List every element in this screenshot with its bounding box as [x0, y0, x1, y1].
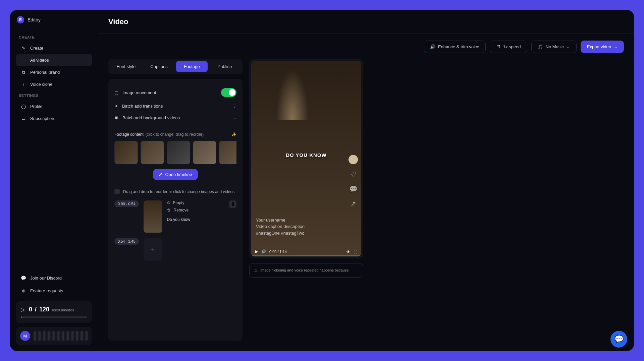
fullscreen-icon[interactable]: ⛶	[354, 250, 357, 254]
social-icons: ♡ 💬 ↗	[348, 155, 358, 208]
usage-total: 120	[39, 306, 49, 313]
speed-button[interactable]: ⏱ 1x speed	[490, 41, 527, 53]
layers-icon: ▣	[114, 115, 118, 120]
logo-badge: E	[17, 16, 24, 23]
nav-create[interactable]: ✎ Create	[16, 42, 92, 54]
label-text: Footage content	[114, 132, 144, 137]
tab-footage[interactable]: Footage	[176, 61, 208, 72]
enhance-voice-button[interactable]: 🔊 Enhance & trim voice	[424, 41, 486, 53]
music-button[interactable]: 🎵 No Music ⌄	[531, 41, 577, 53]
user-icon: ◯	[21, 104, 26, 109]
warning-box: ⚠ Image flickering and voice repeated ha…	[249, 263, 363, 278]
usage-sep: /	[35, 306, 37, 313]
export-button[interactable]: Export video ⌄	[581, 41, 624, 53]
nav-feature-requests[interactable]: ⊕ Feature requests	[16, 285, 92, 297]
logo: E Editby	[16, 16, 92, 23]
speaker-icon: 🔊	[430, 44, 435, 49]
option-image-movement: ▢ Image movement	[114, 85, 236, 100]
warning-text: Image flickering and voice repeated happ…	[260, 268, 349, 273]
preview-box: DO YOU KNOW ♡ 💬 ↗ Your username Video ca…	[249, 59, 363, 258]
toolbar: 🔊 Enhance & trim voice ⏱ 1x speed 🎵 No M…	[98, 34, 634, 53]
play-icon[interactable]: ▶	[255, 249, 258, 254]
heart-icon: ♡	[348, 170, 358, 179]
eye-off-icon[interactable]: 👁	[346, 250, 350, 254]
info-icon: i	[114, 189, 120, 194]
nav-label: Personal brand	[30, 70, 60, 75]
nav-personal-brand[interactable]: ✿ Personal brand	[16, 66, 92, 78]
option-backgrounds[interactable]: ▣ Batch add background videos ⌄	[114, 112, 236, 124]
footage-content-label: Footage content (click to change, drag t…	[114, 132, 236, 137]
nav-voice-clone[interactable]: ♪ Voice clone	[16, 78, 92, 90]
progress-bar[interactable]	[251, 255, 361, 256]
ban-icon: ⊘	[167, 200, 170, 205]
btn-label: 1x speed	[503, 44, 521, 49]
chat-fab[interactable]: 💬	[610, 331, 627, 348]
clip-row: 0.54 - 1.45 +	[114, 238, 236, 261]
chevron-down-icon: ⌄	[233, 104, 236, 109]
transitions-icon: ✦	[114, 104, 118, 109]
usage-bar	[21, 316, 87, 318]
sparkle-icon: ✨	[231, 132, 236, 137]
nav-profile[interactable]: ◯ Profile	[16, 100, 92, 112]
card-icon: ▭	[21, 116, 26, 121]
clip-thumbnail[interactable]	[144, 200, 162, 233]
clip-time: 0.54 - 1.45	[114, 238, 139, 245]
usage-label: used minutes	[52, 308, 74, 312]
brand-icon: ✿	[21, 69, 26, 75]
video-icon: ▭	[21, 57, 26, 63]
image-movement-toggle[interactable]	[221, 88, 236, 97]
tabs: Font style Captions Footage Publish	[108, 59, 243, 74]
download-button[interactable]: ⬇	[229, 200, 236, 208]
option-label: Image movement	[122, 90, 156, 95]
nav-label: Join our Discord	[30, 276, 62, 281]
user-box[interactable]: M	[16, 327, 92, 345]
btn-label: Open timeline	[165, 172, 192, 177]
thumbnail[interactable]	[141, 141, 164, 164]
option-transitions[interactable]: ✦ Batch add transitions ⌄	[114, 100, 236, 112]
tab-captions[interactable]: Captions	[143, 61, 175, 72]
thumbnail[interactable]	[114, 141, 138, 164]
video-preview[interactable]: DO YOU KNOW ♡ 💬 ↗ Your username Video ca…	[251, 61, 361, 256]
image-icon: ▢	[114, 90, 118, 95]
add-clip-button[interactable]: +	[144, 238, 162, 261]
tab-font-style[interactable]: Font style	[110, 61, 142, 72]
preview-panel: DO YOU KNOW ♡ 💬 ↗ Your username Video ca…	[249, 59, 363, 341]
usage-box: ▷ 0 / 120 used minutes	[16, 301, 92, 323]
expand-icon: ⤢	[159, 172, 162, 177]
plus-circle-icon: ⊕	[21, 288, 26, 293]
volume-icon[interactable]: 🔊	[261, 249, 266, 254]
header: Video	[98, 10, 634, 34]
thumbnail[interactable]	[167, 141, 190, 164]
nav-subscription[interactable]: ▭ Subscription	[16, 112, 92, 124]
gauge-icon: ⏱	[496, 44, 500, 49]
overlay-username: Your username	[256, 217, 305, 224]
nav-discord[interactable]: 💬 Join our Discord	[16, 272, 92, 284]
sidebar: E Editby CREATE ✎ Create ▭ All videos ✿ …	[10, 10, 98, 351]
thumbnail[interactable]	[219, 141, 236, 164]
chat-icon: 💬	[614, 335, 624, 344]
nav-all-videos[interactable]: ▭ All videos	[16, 54, 92, 66]
btn-label: No Music	[546, 44, 564, 49]
trash-icon: 🗑	[167, 208, 171, 213]
chevron-down-icon: ⌄	[567, 44, 570, 49]
tab-publish[interactable]: Publish	[209, 61, 240, 72]
nav-label: Create	[30, 46, 43, 51]
section-create-label: CREATE	[19, 35, 92, 39]
thumbnail[interactable]	[193, 141, 216, 164]
warning-icon: ⚠	[254, 268, 258, 273]
user-avatar: M	[20, 331, 30, 341]
chevron-down-icon: ⌄	[614, 44, 618, 49]
reorder-hint: i Drag and drop to reorder or click to c…	[114, 189, 236, 194]
plus-icon: +	[151, 246, 155, 253]
clip-empty-button[interactable]: ⊘ Empty	[167, 200, 224, 205]
footage-panel: ▢ Image movement ✦ Batch add transitions…	[108, 79, 243, 341]
clip-remove-button[interactable]: 🗑 Remove	[167, 208, 224, 213]
plus-icon: ✎	[21, 45, 26, 51]
action-label: Remove	[174, 208, 189, 213]
voice-icon: ♪	[21, 81, 26, 87]
logo-text: Editby	[28, 17, 41, 22]
overlay-description: Video caption description	[256, 223, 305, 230]
comment-icon: 💬	[348, 184, 358, 194]
usage-current: 0	[29, 306, 32, 313]
open-timeline-button[interactable]: ⤢ Open timeline	[153, 169, 198, 180]
